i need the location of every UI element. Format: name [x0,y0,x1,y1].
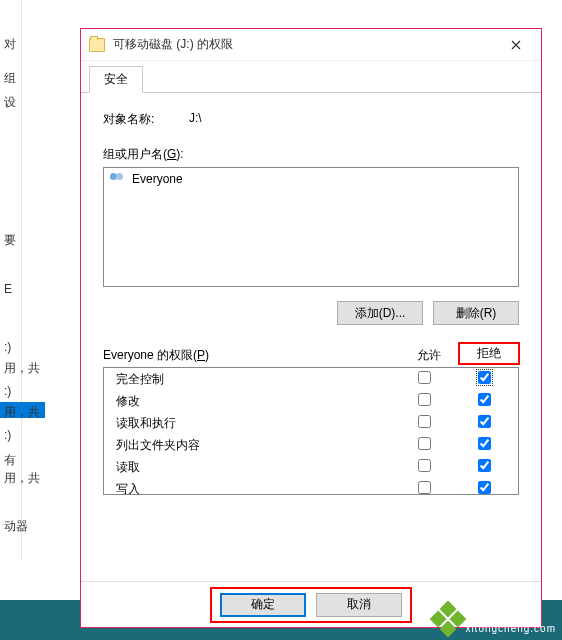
deny-checkbox[interactable] [478,415,491,428]
tab-strip: 安全 [81,61,541,93]
group-users-label: 组或用户名(G): [103,146,519,163]
users-listbox[interactable]: Everyone [103,167,519,287]
deny-checkbox[interactable] [478,481,491,494]
allow-cell [394,459,454,475]
bg-text: :) [0,384,75,398]
user-name: Everyone [132,172,183,186]
add-button[interactable]: 添加(D)... [337,301,423,325]
remove-button[interactable]: 删除(R) [433,301,519,325]
allow-checkbox[interactable] [418,437,431,450]
permissions-dialog: 可移动磁盘 (J:) 的权限 安全 对象名称: J:\ 组或用户名(G): Ev… [80,28,542,628]
allow-cell [394,415,454,431]
bg-text: 对 [0,36,75,53]
bg-text: 有 [0,452,75,469]
close-button[interactable] [495,31,537,59]
watermark-text: 系统城 xitongcheng.com [465,604,556,634]
user-buttons: 添加(D)... 删除(R) [103,301,519,325]
watermark: 系统城 xitongcheng.com [435,604,556,634]
deny-cell [454,481,514,495]
permissions-header: Everyone 的权限(P) 允许 拒绝 [103,343,519,364]
permission-name: 读取和执行 [116,415,394,432]
deny-checkbox[interactable] [478,459,491,472]
allow-cell [394,437,454,453]
bg-text: 用，共 [0,470,75,487]
permission-name: 读取 [116,459,394,476]
bg-text: :) [0,428,75,442]
object-value: J:\ [189,111,202,128]
deny-cell [454,393,514,409]
allow-cell [394,481,454,495]
permission-row: 列出文件夹内容 [104,434,518,456]
cancel-button[interactable]: 取消 [316,593,402,617]
permission-name: 完全控制 [116,371,394,388]
permission-row: 完全控制 [104,368,518,390]
permission-name: 写入 [116,481,394,496]
permission-row: 写入 [104,478,518,495]
permission-name: 修改 [116,393,394,410]
list-item[interactable]: Everyone [106,170,516,188]
bg-text: E [0,282,75,296]
permission-row: 读取 [104,456,518,478]
deny-checkbox[interactable] [478,393,491,406]
allow-checkbox[interactable] [418,393,431,406]
bg-text: 动器 [0,518,75,535]
bg-text: 组 [0,70,75,87]
deny-cell [454,371,514,387]
deny-cell [454,415,514,431]
allow-checkbox[interactable] [418,481,431,494]
deny-cell [454,459,514,475]
object-name-row: 对象名称: J:\ [103,111,519,128]
bg-text: :) [0,340,75,354]
permissions-label: Everyone 的权限(P) [103,347,399,364]
allow-cell [394,371,454,387]
deny-checkbox[interactable] [478,371,491,384]
deny-checkbox[interactable] [478,437,491,450]
col-allow: 允许 [399,347,459,364]
allow-checkbox[interactable] [418,371,431,384]
permissions-list[interactable]: 完全控制修改读取和执行列出文件夹内容读取写入 [103,367,519,495]
ok-button[interactable]: 确定 [220,593,306,617]
footer-highlight: 确定 取消 [212,589,410,621]
dialog-body: 对象名称: J:\ 组或用户名(G): Everyone 添加(D)... 删除… [81,93,541,581]
watermark-logo-icon [430,601,467,638]
col-deny: 拒绝 [459,343,519,364]
bg-text: 用，共 [0,360,75,377]
titlebar: 可移动磁盘 (J:) 的权限 [81,29,541,61]
permission-row: 读取和执行 [104,412,518,434]
tab-security[interactable]: 安全 [89,66,143,93]
permission-row: 修改 [104,390,518,412]
allow-cell [394,393,454,409]
permission-name: 列出文件夹内容 [116,437,394,454]
folder-icon [89,38,105,52]
object-label: 对象名称: [103,111,189,128]
allow-checkbox[interactable] [418,459,431,472]
bg-text: 设 [0,94,75,111]
deny-cell [454,437,514,453]
bg-text: 要 [0,232,75,249]
allow-checkbox[interactable] [418,415,431,428]
bg-text: 用，共 [0,404,75,421]
users-icon [110,173,126,185]
dialog-title: 可移动磁盘 (J:) 的权限 [113,36,495,53]
close-icon [511,40,521,50]
